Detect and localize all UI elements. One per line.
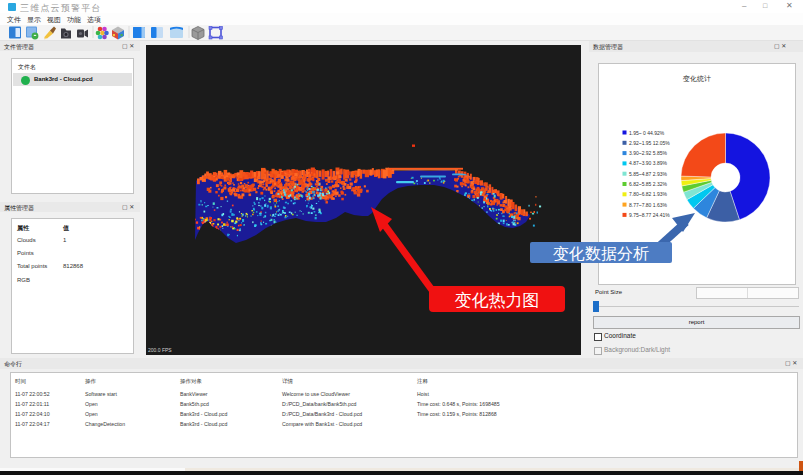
svg-text:1.95~ 0 44.92%: 1.95~ 0 44.92% [629,130,665,136]
svg-text:变化数据分析: 变化数据分析 [553,245,649,262]
svg-text:5.85~4.87 2.93%: 5.85~4.87 2.93% [629,171,668,177]
svg-text:4.87~3.90 3.89%: 4.87~3.90 3.89% [629,160,668,166]
svg-text:变化统计: 变化统计 [682,75,711,83]
svg-text:变化热力图: 变化热力图 [455,291,540,310]
svg-text:6.82~5.85 2.32%: 6.82~5.85 2.32% [629,181,668,187]
svg-text:3.90~2.92 5.85%: 3.90~2.92 5.85% [629,150,668,156]
svg-text:2.92~1.95 12.05%: 2.92~1.95 12.05% [629,140,670,146]
